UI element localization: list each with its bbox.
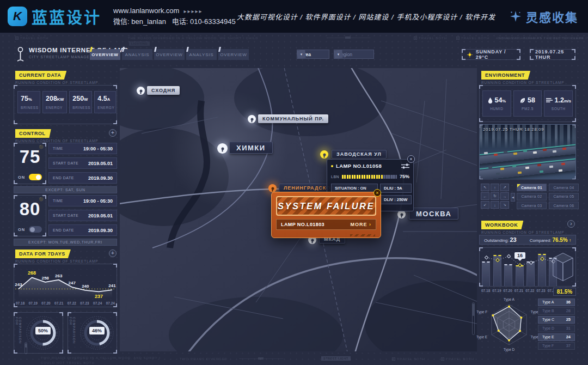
lamp-pin-khimki[interactable] [217, 143, 228, 154]
camera-pan-left-button[interactable]: ← [481, 192, 489, 200]
camera-button-04[interactable]: Camera 04 [549, 184, 579, 191]
type-row-b[interactable]: Type B28 [538, 307, 575, 315]
city-map[interactable]: СХОДНЯ КОММУНАЛЬНЫЙ ПР. ХИМКИ ЗАВОДСКАЯ … [120, 68, 477, 351]
camera-rotate-button[interactable]: ↻ [491, 192, 499, 200]
camera-pan-up-button[interactable]: ↑ [491, 184, 499, 191]
tab-analysis-1[interactable]: ANALYSIS [122, 49, 152, 60]
screenshot-stage: K 蓝蓝设计 www.lanlanwork.com▸▸▸▸▸ 微信: ben_l… [0, 0, 588, 365]
comparison-gauge-1: COMPARISON FOR 50% [14, 312, 63, 354]
tab-bar: OVERVIEW ANALYSIS OVERVIEW ANALYSIS OVER… [90, 49, 249, 60]
lamp-pin-skhodnya[interactable] [137, 87, 145, 95]
camera-feed[interactable]: 2019.07.25 THUR 18:28:09 [479, 124, 576, 180]
sliders-icon[interactable] [401, 163, 409, 169]
type-row-d[interactable]: Type D31 [538, 325, 575, 332]
lbn-value: 75% [400, 174, 409, 179]
camera-pan-up-left-button[interactable]: ↖ [481, 184, 489, 191]
camera-list-prev-button[interactable]: ◀ [511, 193, 515, 202]
svg-text:Type A: Type A [504, 297, 515, 302]
env-card-pm25: 58 PM2.5 [513, 90, 542, 117]
tab-overview-1[interactable]: OVERVIEW [90, 49, 120, 60]
car-art [562, 148, 566, 150]
gauge-label: COMPARISON FOR [15, 317, 22, 353]
lamp-pin-leningradskoe[interactable] [268, 184, 277, 192]
svg-text:Type E: Type E [476, 335, 488, 339]
close-icon[interactable]: × [373, 189, 381, 197]
tab-overview-2[interactable]: OVERVIEW [154, 49, 185, 60]
tab-analysis-2[interactable]: ANALYSIS [186, 49, 217, 60]
more-button[interactable]: MORE › [350, 222, 371, 227]
lamp-pin-kommunalny[interactable] [248, 115, 256, 123]
camera-pan-up-right-button[interactable]: ↗ [500, 184, 509, 191]
power-toggle[interactable] [29, 226, 42, 233]
area-select[interactable]: Area ▾ [297, 50, 329, 59]
type-row-e[interactable]: Type E24 [538, 333, 575, 341]
map-label-skhodnya[interactable]: СХОДНЯ [147, 86, 180, 95]
workbook-next-button[interactable]: › [567, 220, 575, 228]
line-chart-svg: 243268258263247240237241 [14, 264, 117, 299]
cube-percent: 81.5% [553, 288, 576, 296]
stat-card-briness-2: 250W BRINESS [69, 91, 92, 113]
control-row-end-date: END DATE2019.09.30 [48, 224, 117, 236]
power-toggle[interactable] [29, 174, 42, 180]
map-label-kommunalny[interactable]: КОММУНАЛЬНЫЙ ПР. [258, 114, 328, 123]
x-tick-label: 07.19 [29, 301, 38, 305]
corner-decoration [14, 233, 17, 236]
camera-button-06[interactable]: Camera 06 [549, 202, 579, 209]
type-row-c[interactable]: Type C25 [538, 316, 575, 324]
corner-decoration [517, 56, 520, 60]
camera-pan-down-left-button[interactable]: ↙ [481, 201, 489, 209]
dim-level-box-2: ⚫ 80 ON [14, 195, 46, 236]
close-icon[interactable]: × [407, 155, 415, 163]
inspiration-collection[interactable]: 灵感收集 [510, 8, 578, 25]
type-list: Type A36 Type B28 Type C25 Type D31 Type… [538, 299, 575, 350]
panel-title-7days: DATA FOR 7DAYS [15, 250, 71, 258]
corner-decoration [14, 195, 17, 199]
tab-overview-3[interactable]: OVERVIEW [218, 49, 249, 60]
dashboard: TRAVEL BOTH THE ROADS DIVERGED IN A YELL… [0, 33, 588, 365]
decor-poem-line: COULD NOT TRAVEL BOTH [41, 361, 95, 364]
site-header: K 蓝蓝设计 www.lanlanwork.com▸▸▸▸▸ 微信: ben_l… [0, 0, 588, 33]
decor-checkbox-travel-both: TRAVEL BOTH [441, 357, 474, 361]
workbook-summary-bar: Outstanding:23 Compared:76.5% ↑ [479, 235, 576, 245]
wechat-label: 微信: ben_lanlan [113, 17, 166, 26]
type-row-f[interactable]: Type F37 [538, 342, 575, 350]
logo[interactable]: K 蓝蓝设计 [0, 5, 101, 28]
car-art [559, 169, 562, 172]
lamp-pin-zavodskaya[interactable] [320, 150, 328, 159]
arrows-decoration: ▸▸▸▸▸ [183, 8, 203, 14]
weather-text: SUNNDAY / 29°C [476, 49, 515, 60]
camera-pan-down-right-button[interactable]: ↘ [500, 201, 509, 209]
corner-decoration [572, 49, 575, 53]
x-tick-label: 07.18 [16, 301, 24, 305]
car-art [488, 166, 492, 169]
panel-subtitle: RUNNING CONDITION OF STREETLAMP [15, 81, 99, 84]
camera-button-05[interactable]: Camera 05 [549, 193, 579, 200]
camera-pan-down-button[interactable]: ↓ [491, 201, 499, 209]
type-row-a[interactable]: Type A36 [538, 299, 575, 306]
camera-pan-right-button[interactable]: → [500, 192, 509, 200]
decor-street-light-chip: STREET LIGHT [321, 357, 351, 360]
add-7days-button[interactable]: + [109, 250, 117, 257]
bar-tooltip: 16 [514, 252, 525, 259]
car-art [537, 164, 541, 167]
map-label-moskva[interactable]: МОСКВА [409, 208, 458, 220]
decor-lighting-chip: LIGHTING [129, 42, 150, 45]
lamp-pin-moskva[interactable] [397, 210, 406, 218]
camera-button-02[interactable]: Camera 02 [517, 193, 547, 200]
add-control-button[interactable]: + [109, 129, 117, 137]
lbn-label: LBN [331, 175, 339, 179]
car-art [549, 166, 553, 168]
panel-title-environment: ENVIRONMENT [481, 71, 530, 80]
logo-icon: K [8, 7, 27, 26]
corner-decoration [68, 312, 71, 316]
car-art [540, 171, 543, 173]
car-art [543, 149, 547, 151]
region-select[interactable]: Region ▾ [334, 50, 374, 59]
dim-level-box-1: ⚫ 75 ON [14, 143, 46, 184]
website-link[interactable]: www.lanlanwork.com [113, 7, 179, 15]
camera-button-01[interactable]: Camera 01 [517, 184, 547, 191]
map-label-khimki[interactable]: ХИМКИ [229, 142, 273, 154]
car-art [561, 163, 565, 166]
map-label-zavodskaya[interactable]: ЗАВОДСКАЯ УЛ [332, 150, 387, 159]
camera-button-03[interactable]: Camera 03 [517, 202, 547, 209]
